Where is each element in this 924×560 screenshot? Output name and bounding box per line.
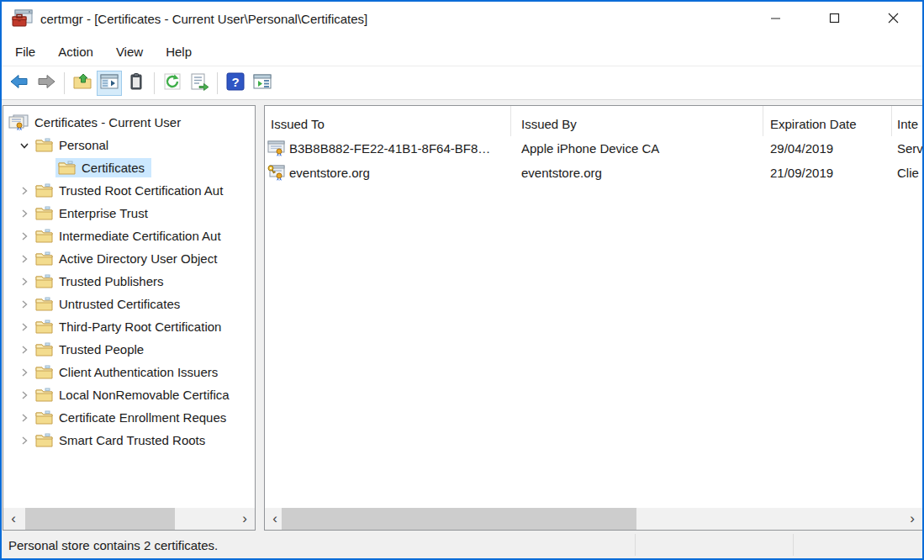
list-rows: B3B8B882-FE22-41B1-8F64-BF8… Apple iPhon… xyxy=(265,136,922,185)
menu-file[interactable]: File xyxy=(15,41,35,62)
tree-item-third-party[interactable]: Third-Party Root Certification xyxy=(3,315,255,338)
folder-icon xyxy=(35,206,53,220)
up-one-level-button[interactable] xyxy=(70,71,95,96)
folder-up-icon xyxy=(72,72,92,94)
scroll-left-arrow[interactable]: ‹ xyxy=(267,508,283,530)
chevron-right-icon[interactable] xyxy=(13,209,35,219)
tree-item-personal[interactable]: Personal xyxy=(3,134,255,156)
folder-icon xyxy=(35,251,53,266)
toolbar: ? xyxy=(2,67,922,100)
chevron-right-icon[interactable] xyxy=(13,277,35,287)
tree-item-label: Intermediate Certification Aut xyxy=(59,229,221,243)
tree-item-label: Client Authentication Issuers xyxy=(59,365,218,379)
svg-text:?: ? xyxy=(231,75,239,89)
folder-icon xyxy=(35,410,53,425)
work-area: Certificates - Current User Personal Cer… xyxy=(2,100,922,531)
chevron-right-icon[interactable] xyxy=(13,322,35,332)
refresh-button[interactable] xyxy=(160,71,185,96)
certmgr-window: certmgr - [Certificates - Current User\P… xyxy=(0,0,924,560)
tree-item-trusted-root[interactable]: Trusted Root Certification Aut xyxy=(3,179,255,202)
chevron-right-icon[interactable] xyxy=(13,390,35,400)
tree-item-label: Certificate Enrollment Reques xyxy=(59,410,226,425)
tree-item-label: Trusted Publishers xyxy=(59,274,164,288)
folder-icon xyxy=(35,433,53,447)
certmgr-toolbox-icon[interactable] xyxy=(12,9,34,33)
tree-item-smart-card[interactable]: Smart Card Trusted Roots xyxy=(3,429,255,452)
certificates-root-icon xyxy=(8,114,29,131)
show-console-tree-toggle[interactable] xyxy=(97,71,122,96)
cell-expiration-date: 21/09/2019 xyxy=(763,166,892,180)
column-header-issued-by[interactable]: Issued By xyxy=(511,106,763,136)
menu-view[interactable]: View xyxy=(116,41,143,62)
help-icon: ? xyxy=(226,72,245,94)
column-header-issued-to[interactable]: Issued To xyxy=(265,106,511,136)
certificate-icon xyxy=(267,140,285,156)
tree-item-label: Third-Party Root Certification xyxy=(59,320,221,334)
cell-issued-to: eventstore.org xyxy=(289,166,370,180)
tree-item-label: Smart Card Trusted Roots xyxy=(59,433,205,447)
scrollbar-thumb[interactable] xyxy=(282,508,636,530)
tree-item-active-directory[interactable]: Active Directory User Object xyxy=(3,247,255,270)
tree-item-local-nonremovable[interactable]: Local NonRemovable Certifica xyxy=(3,383,255,406)
scroll-right-arrow[interactable]: › xyxy=(904,508,921,530)
chevron-right-icon[interactable] xyxy=(13,186,35,196)
menu-help[interactable]: Help xyxy=(166,41,192,62)
certificate-list-pane: Issued To Issued By Expiration Date Inte xyxy=(264,105,922,531)
action-pane-icon xyxy=(252,72,272,94)
chevron-right-icon[interactable] xyxy=(13,231,35,241)
column-header-expiration-date[interactable]: Expiration Date xyxy=(763,106,892,136)
toolbar-separator xyxy=(64,72,65,94)
scrollbar-thumb[interactable] xyxy=(25,508,175,530)
chevron-right-icon[interactable] xyxy=(13,254,35,264)
scroll-left-arrow[interactable]: ‹ xyxy=(5,508,22,530)
minimize-button[interactable] xyxy=(746,2,805,34)
chevron-right-icon[interactable] xyxy=(13,299,35,309)
status-bar: Personal store contains 2 certificates. xyxy=(2,531,922,558)
tree-item-label: Active Directory User Object xyxy=(59,251,217,266)
show-action-pane-toggle[interactable] xyxy=(250,71,275,96)
table-row-certificate-2[interactable]: eventstore.org eventstore.org 21/09/2019… xyxy=(265,161,922,185)
tree-item-certificates-current-user[interactable]: Certificates - Current User xyxy=(3,111,255,134)
scroll-right-arrow[interactable]: › xyxy=(236,508,253,530)
folder-icon xyxy=(35,183,53,198)
chevron-right-icon[interactable] xyxy=(13,436,35,446)
forward-icon xyxy=(36,72,56,94)
tree-item-enterprise-trust[interactable]: Enterprise Trust xyxy=(3,202,255,225)
console-tree-icon xyxy=(99,72,119,94)
folder-icon xyxy=(35,297,53,311)
chevron-right-icon[interactable] xyxy=(13,413,35,423)
help-button[interactable]: ? xyxy=(223,71,248,96)
chevron-down-icon[interactable] xyxy=(13,140,35,151)
back-button[interactable] xyxy=(7,71,32,96)
tree-item-label: Local NonRemovable Certifica xyxy=(59,388,230,402)
folder-icon xyxy=(58,161,76,175)
console-tree-pane: Certificates - Current User Personal Cer… xyxy=(3,105,256,531)
chevron-right-icon[interactable] xyxy=(13,345,35,355)
certificate-with-key-icon xyxy=(267,165,285,181)
close-button[interactable] xyxy=(863,2,922,34)
tree-item-trusted-people[interactable]: Trusted People xyxy=(3,338,255,361)
certificate-tree: Certificates - Current User Personal Cer… xyxy=(3,106,255,508)
table-row-certificate-1[interactable]: B3B8B882-FE22-41B1-8F64-BF8… Apple iPhon… xyxy=(265,136,922,161)
pane-splitter[interactable] xyxy=(256,105,264,531)
folder-icon xyxy=(35,274,53,288)
column-header-intended-purposes[interactable]: Inte xyxy=(892,106,922,136)
export-list-button[interactable] xyxy=(187,71,212,96)
clipboard-button[interactable] xyxy=(124,71,149,96)
export-list-icon xyxy=(189,72,209,94)
forward-button[interactable] xyxy=(34,71,59,96)
folder-icon xyxy=(35,320,53,334)
cell-expiration-date: 29/04/2019 xyxy=(763,141,892,156)
tree-item-trusted-publishers[interactable]: Trusted Publishers xyxy=(3,270,255,293)
menu-action[interactable]: Action xyxy=(58,41,93,62)
tree-item-cert-enrollment[interactable]: Certificate Enrollment Reques xyxy=(3,406,255,429)
tree-item-certificates-selected[interactable]: Certificates xyxy=(3,156,255,179)
tree-item-intermediate[interactable]: Intermediate Certification Aut xyxy=(3,225,255,247)
tree-item-client-auth[interactable]: Client Authentication Issuers xyxy=(3,361,255,383)
tree-item-label: Certificates xyxy=(82,161,145,175)
chevron-right-icon[interactable] xyxy=(13,367,35,378)
tree-item-label: Certificates - Current User xyxy=(34,115,181,129)
tree-item-untrusted[interactable]: Untrusted Certificates xyxy=(3,293,255,315)
maximize-button[interactable] xyxy=(805,2,863,34)
menu-bar: File Action View Help xyxy=(2,38,922,66)
